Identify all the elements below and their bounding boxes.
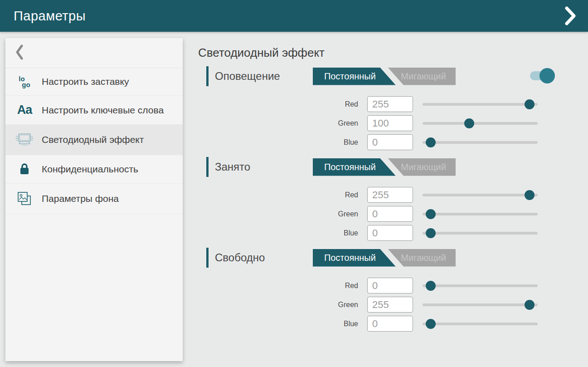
app-header: Параметры	[0, 0, 588, 32]
slider-thumb[interactable]	[426, 281, 436, 291]
logo-icon: lo go	[14, 76, 35, 88]
sidebar-item-led-effect[interactable]: Светодиодный эффект	[5, 125, 183, 155]
blue-value-input[interactable]	[367, 134, 413, 150]
slider-track	[423, 213, 538, 215]
section-notification: Оповещение Постоянный Мигающий Red Green	[198, 66, 556, 150]
green-value-input[interactable]	[367, 297, 413, 313]
images-icon	[14, 191, 35, 206]
blue-slider[interactable]	[423, 225, 538, 241]
blue-slider[interactable]	[423, 134, 538, 150]
page-title: Параметры	[14, 9, 86, 24]
display-glow-icon	[14, 132, 35, 147]
green-label: Green	[198, 119, 358, 127]
green-value-input[interactable]	[367, 115, 413, 131]
slider-track	[423, 103, 538, 106]
main-content: Светодиодный эффект Оповещение Постоянны…	[198, 32, 556, 335]
green-channel-row: Green	[198, 115, 556, 131]
slider-thumb[interactable]	[525, 300, 535, 310]
mode-segmented-control: Постоянный Мигающий	[313, 68, 456, 85]
slider-track	[423, 303, 538, 306]
blue-channel-row: Blue	[198, 225, 556, 241]
slider-thumb[interactable]	[525, 190, 535, 200]
sidebar-back-button[interactable]	[5, 38, 183, 68]
mode-segmented-control: Постоянный Мигающий	[313, 158, 456, 176]
red-label: Red	[198, 191, 358, 199]
red-channel-row: Red	[198, 278, 556, 294]
text-aa-icon: Aa	[14, 103, 35, 117]
red-label: Red	[198, 100, 358, 108]
slider-track	[423, 284, 538, 287]
sidebar: lo go Настроить заставку Aa Настроить кл…	[5, 38, 183, 361]
green-slider[interactable]	[423, 115, 538, 131]
back-chevron-icon	[15, 44, 24, 62]
sidebar-item-label: Настроить заставку	[42, 75, 129, 88]
slider-track	[423, 232, 538, 235]
blue-channel-row: Blue	[198, 134, 556, 150]
red-label: Red	[198, 282, 358, 290]
red-channel-row: Red	[198, 187, 556, 203]
blue-label: Blue	[198, 138, 358, 147]
slider-track	[423, 122, 538, 125]
blue-label: Blue	[198, 320, 358, 328]
green-slider[interactable]	[423, 297, 538, 313]
slider-thumb[interactable]	[426, 228, 436, 238]
sidebar-item-background[interactable]: Параметры фона	[5, 184, 183, 214]
accent-bar	[206, 66, 209, 86]
accent-bar	[206, 157, 209, 177]
blue-value-input[interactable]	[367, 316, 413, 332]
sidebar-item-keywords[interactable]: Aa Настроить ключевые слова	[5, 96, 183, 125]
blue-value-input[interactable]	[367, 225, 413, 241]
red-value-input[interactable]	[367, 96, 413, 112]
red-value-input[interactable]	[367, 187, 413, 203]
sidebar-item-label: Настроить ключевые слова	[42, 104, 164, 117]
forward-chevron-icon[interactable]	[564, 5, 577, 26]
section-free: Свободно Постоянный Мигающий Red Green	[198, 248, 556, 332]
sidebar-item-privacy[interactable]: Конфиденциальность	[5, 155, 183, 184]
slider-thumb[interactable]	[426, 319, 436, 329]
green-value-input[interactable]	[367, 206, 413, 222]
switch-knob	[539, 68, 555, 83]
red-slider[interactable]	[423, 278, 538, 294]
red-channel-row: Red	[198, 96, 556, 112]
blue-channel-row: Blue	[198, 316, 556, 332]
sidebar-item-label: Конфиденциальность	[42, 163, 138, 176]
notification-toggle-switch[interactable]	[530, 68, 555, 83]
green-label: Green	[198, 210, 358, 218]
green-slider[interactable]	[423, 206, 538, 222]
section-busy: Занято Постоянный Мигающий Red Green	[198, 157, 556, 241]
section-title: Занято	[215, 161, 313, 173]
section-title: Свободно	[215, 251, 313, 264]
sidebar-item-label: Параметры фона	[42, 192, 119, 205]
sidebar-item-splash-screen[interactable]: lo go Настроить заставку	[5, 68, 183, 96]
content-title: Светодиодный эффект	[198, 46, 556, 60]
section-title: Оповещение	[215, 70, 313, 83]
sidebar-item-label: Светодиодный эффект	[42, 133, 144, 146]
green-label: Green	[198, 301, 358, 309]
lock-icon	[14, 162, 35, 176]
slider-thumb[interactable]	[464, 118, 474, 128]
slider-track	[423, 323, 538, 325]
slider-track	[423, 141, 538, 144]
green-channel-row: Green	[198, 206, 556, 222]
slider-thumb[interactable]	[426, 137, 436, 147]
blue-slider[interactable]	[423, 316, 538, 332]
red-slider[interactable]	[423, 187, 538, 203]
mode-segmented-control: Постоянный Мигающий	[313, 249, 456, 267]
green-channel-row: Green	[198, 297, 556, 313]
red-value-input[interactable]	[367, 278, 413, 294]
slider-track	[423, 194, 538, 196]
blue-label: Blue	[198, 229, 358, 237]
red-slider[interactable]	[423, 96, 538, 112]
accent-bar	[206, 248, 209, 268]
slider-thumb[interactable]	[525, 99, 535, 109]
slider-thumb[interactable]	[426, 209, 436, 219]
